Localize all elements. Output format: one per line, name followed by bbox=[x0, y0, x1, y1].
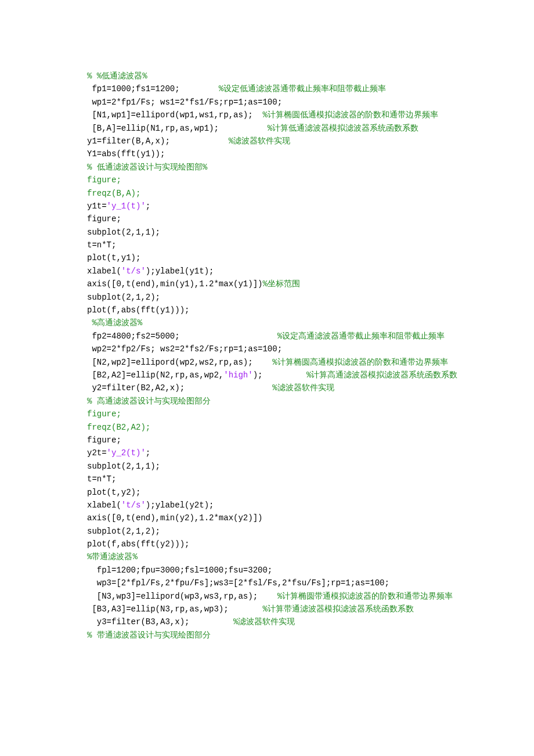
code-line: figure; bbox=[87, 408, 453, 420]
code-text: wp2=2*fp2/Fs; ws2=2*fs2/Fs;rp=1;as=100; bbox=[87, 344, 282, 354]
code-comment: % 带通滤波器设计与实现绘图部分 bbox=[87, 631, 211, 640]
code-comment: figure; bbox=[87, 409, 121, 419]
code-comment: %设定高通滤波器通带截止频率和阻带截止频率 bbox=[277, 332, 445, 341]
code-text: Y1=abs(fft(y1)); bbox=[87, 149, 165, 159]
code-line: [N3,wp3]=ellipord(wp3,ws3,rp,as); %计算椭圆带… bbox=[87, 590, 453, 603]
code-text: y2=filter(B2,A2,x); bbox=[87, 383, 272, 393]
code-comment: %计算低通滤波器模拟滤波器系统函数系数 bbox=[268, 124, 418, 133]
code-line: subplot(2,1,2); bbox=[87, 525, 453, 538]
code-line: axis([0,t(end),min(y1),1.2*max(y1)])%坐标范… bbox=[87, 278, 453, 290]
code-comment: %计算椭圆高通模拟滤波器的阶数和通带边界频率 bbox=[272, 358, 448, 367]
code-text: t=n*T; bbox=[87, 240, 116, 250]
code-line: wp2=2*fp2/Fs; ws2=2*fs2/Fs;rp=1;as=100; bbox=[87, 343, 453, 355]
code-line: xlabel('t/s');ylabel(y2t); bbox=[87, 499, 453, 512]
code-line: figure; bbox=[87, 213, 453, 225]
code-comment: %滤波器软件实现 bbox=[229, 136, 290, 146]
code-line: wp1=2*fp1/Fs; ws1=2*fs1/Fs;rp=1;as=100; bbox=[87, 96, 453, 109]
code-text: y1=filter(B,A,x); bbox=[87, 136, 229, 146]
code-line: %高通滤波器% bbox=[87, 316, 453, 329]
code-line: freqz(B2,A2); bbox=[87, 421, 453, 434]
code-line: [B3,A3]=ellip(N3,rp,as,wp3); %计算带通滤波器模拟滤… bbox=[87, 603, 453, 615]
code-line: Y1=abs(fft(y1)); bbox=[87, 147, 453, 160]
code-comment: %坐标范围 bbox=[262, 279, 300, 289]
code-text: [N1,wp1]=ellipord(wp1,ws1,rp,as); bbox=[87, 110, 262, 120]
code-line: % 高通滤波器设计与实现绘图部分 bbox=[87, 395, 453, 408]
code-text: [B3,A3]=ellip(N3,rp,as,wp3); bbox=[87, 604, 262, 614]
code-text: axis([0,t(end),min(y1),1.2*max(y1)]) bbox=[87, 279, 262, 289]
code-comment: %计算高通滤波器模拟滤波器系统函数系数 bbox=[306, 370, 457, 380]
code-block: % %低通滤波器% fp1=1000;fs1=1200; %设定低通滤波器通带截… bbox=[87, 70, 453, 642]
code-text: t=n*T; bbox=[87, 474, 116, 484]
code-comment: %设定低通滤波器通带截止频率和阻带截止频率 bbox=[219, 84, 386, 93]
code-line: plot(f,abs(fft(y1))); bbox=[87, 304, 453, 316]
code-text: ; bbox=[146, 448, 150, 458]
code-line: y1t='y_1(t)'; bbox=[87, 200, 453, 213]
code-line: t=n*T; bbox=[87, 473, 453, 485]
code-text: );ylabel(y2t); bbox=[146, 501, 214, 510]
code-string: 'y_1(t)' bbox=[107, 201, 146, 211]
code-comment: %计算带通滤波器模拟滤波器系统函数系数 bbox=[262, 604, 413, 614]
code-line: y2=filter(B2,A2,x); %滤波器软件实现 bbox=[87, 381, 453, 394]
code-text: [N2,wp2]=ellipord(wp2,ws2,rp,as); bbox=[87, 358, 272, 367]
code-comment: % 低通滤波器设计与实现绘图部% bbox=[87, 163, 207, 172]
code-comment: figure; bbox=[87, 175, 121, 185]
code-line: fp1=1000;fs1=1200; %设定低通滤波器通带截止频率和阻带截止频率 bbox=[87, 82, 453, 95]
code-comment: %计算椭圆低通模拟滤波器的阶数和通带边界频率 bbox=[262, 110, 438, 120]
code-string: 't/s' bbox=[121, 267, 146, 276]
code-comment: % 高通滤波器设计与实现绘图部分 bbox=[87, 397, 211, 406]
code-text: [B,A]=ellip(N1,rp,as,wp1); bbox=[87, 124, 268, 133]
code-text: subplot(2,1,1); bbox=[87, 462, 160, 471]
code-line: y2t='y_2(t)'; bbox=[87, 447, 453, 459]
code-comment: %带通滤波器% bbox=[87, 552, 138, 561]
code-text: figure; bbox=[87, 435, 121, 445]
code-line: [N2,wp2]=ellipord(wp2,ws2,rp,as); %计算椭圆高… bbox=[87, 356, 453, 369]
code-comment: %滤波器软件实现 bbox=[233, 617, 295, 627]
code-line: t=n*T; bbox=[87, 239, 453, 251]
code-text: plot(t,y2); bbox=[87, 488, 140, 497]
code-text: fpl=1200;fpu=3000;fsl=1000;fsu=3200; bbox=[87, 566, 272, 575]
code-line: [B,A]=ellip(N1,rp,as,wp1); %计算低通滤波器模拟滤波器… bbox=[87, 122, 453, 135]
code-text: [N3,wp3]=ellipord(wp3,ws3,rp,as); bbox=[87, 592, 277, 601]
code-text: [B2,A2]=ellip(N2,rp,as,wp2, bbox=[87, 370, 223, 380]
code-comment: %滤波器软件实现 bbox=[272, 383, 334, 393]
code-string: 'high' bbox=[223, 370, 252, 380]
code-line: y1=filter(B,A,x); %滤波器软件实现 bbox=[87, 135, 453, 147]
code-text: xlabel( bbox=[87, 267, 121, 276]
code-comment: %计算椭圆带通模拟滤波器的阶数和通带边界频率 bbox=[277, 592, 453, 601]
code-text: figure; bbox=[87, 214, 121, 224]
code-line: plot(t,y1); bbox=[87, 251, 453, 264]
code-line: axis([0,t(end),min(y2),1.2*max(y2)]) bbox=[87, 512, 453, 524]
code-line: plot(t,y2); bbox=[87, 486, 453, 499]
code-line: % %低通滤波器% bbox=[87, 70, 453, 82]
code-text: ); bbox=[253, 370, 306, 380]
code-text: fp1=1000;fs1=1200; bbox=[87, 84, 219, 93]
code-comment: freqz(B,A); bbox=[87, 189, 140, 198]
code-text: );ylabel(y1t); bbox=[146, 267, 214, 276]
code-text: y1t= bbox=[87, 201, 107, 211]
code-line: y3=filter(B3,A3,x); %滤波器软件实现 bbox=[87, 615, 453, 628]
code-text: plot(f,abs(fft(y2))); bbox=[87, 539, 189, 549]
code-string: 't/s' bbox=[121, 501, 146, 510]
code-text: plot(f,abs(fft(y1))); bbox=[87, 305, 189, 315]
code-text: fp2=4800;fs2=5000; bbox=[87, 332, 277, 341]
code-text: ; bbox=[146, 201, 150, 211]
code-line: [N1,wp1]=ellipord(wp1,ws1,rp,as); %计算椭圆低… bbox=[87, 109, 453, 121]
code-line: fpl=1200;fpu=3000;fsl=1000;fsu=3200; bbox=[87, 564, 453, 577]
code-text: subplot(2,1,2); bbox=[87, 527, 160, 536]
code-line: fp2=4800;fs2=5000; %设定高通滤波器通带截止频率和阻带截止频率 bbox=[87, 330, 453, 343]
code-line: subplot(2,1,2); bbox=[87, 291, 453, 304]
code-line: wp3=[2*fpl/Fs,2*fpu/Fs];ws3=[2*fsl/Fs,2*… bbox=[87, 577, 453, 589]
code-line: [B2,A2]=ellip(N2,rp,as,wp2,'high'); %计算高… bbox=[87, 369, 453, 381]
code-text: wp3=[2*fpl/Fs,2*fpu/Fs];ws3=[2*fsl/Fs,2*… bbox=[87, 578, 389, 588]
code-comment: %高通滤波器% bbox=[87, 318, 142, 327]
code-line: plot(f,abs(fft(y2))); bbox=[87, 538, 453, 550]
code-text: y2t= bbox=[87, 448, 107, 458]
code-text: subplot(2,1,1); bbox=[87, 228, 160, 237]
code-comment: freqz(B2,A2); bbox=[87, 423, 150, 432]
code-line: figure; bbox=[87, 174, 453, 186]
code-line: xlabel('t/s');ylabel(y1t); bbox=[87, 265, 453, 278]
code-line: figure; bbox=[87, 434, 453, 447]
code-line: freqz(B,A); bbox=[87, 187, 453, 200]
code-line: %带通滤波器% bbox=[87, 550, 453, 563]
code-text: xlabel( bbox=[87, 501, 121, 510]
